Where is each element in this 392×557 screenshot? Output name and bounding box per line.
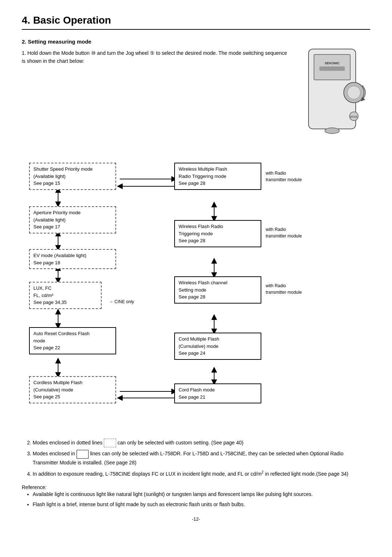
reference-heading: Reference: <box>22 484 370 490</box>
svg-point-5 <box>347 86 360 99</box>
intro-text: 1. Hold down the Mode button ⑩ and turn … <box>22 49 290 65</box>
box-wireless-multi: Wireless Multiple FlashRadio Triggering … <box>174 163 261 190</box>
box-wireless-channel: Wireless Flash channelSetting modeSee pa… <box>174 276 261 304</box>
note-2: Modes enclosed in dotted lines can only … <box>33 439 370 447</box>
cine-label: → CINE only <box>109 299 134 305</box>
radio-label-2: with Radiotransmitter module <box>266 226 302 239</box>
svg-point-8 <box>325 128 339 134</box>
reference-section: Reference: Available light is continuous… <box>22 484 370 509</box>
box-aperture: Aperture Priority mode(Available light)S… <box>29 206 116 233</box>
svg-text:SEKONIC: SEKONIC <box>324 61 340 65</box>
radio-label-1: with Radiotransmitter module <box>266 170 302 183</box>
box-shutter: Shutter Speed Priority mode(Available li… <box>29 163 116 190</box>
solid-box-sample <box>77 450 89 459</box>
note-3: Modes enclosed in lines can only be sele… <box>33 450 370 467</box>
page-title: 4. Basic Operation <box>22 15 370 30</box>
bullet-1: Available light is continuous light like… <box>33 490 370 499</box>
box-autoreset: Auto Reset Cordless FlashmodeSee page 22 <box>29 327 116 354</box>
mode-diagram: Shutter Speed Priority mode(Available li… <box>22 155 370 431</box>
box-cordless-multi: Cordless Multiple Flash(Cumulative) mode… <box>29 376 116 403</box>
box-lux: LUX, FCFL, cd/m²See page 34,35 <box>29 282 102 309</box>
radio-label-3: with Radiotransmitter module <box>266 282 302 296</box>
reference-bullets: Available light is continuous light like… <box>33 490 370 509</box>
box-wireless-flash: Wireless Flash RadioTriggering modeSee p… <box>174 220 261 247</box>
page-number: -12- <box>22 516 370 522</box>
bullet-2: Flash light is a brief, intense burst of… <box>33 500 370 509</box>
svg-rect-3 <box>319 66 345 71</box>
box-cord-flash: Cord Flash modeSee page 21 <box>174 383 261 403</box>
box-ev: EV mode (Available light)See page 18 <box>29 249 116 269</box>
note-4: In addition to exposure reading, L-758CI… <box>33 469 370 478</box>
svg-text:MODE: MODE <box>350 115 358 118</box>
dotted-box-sample <box>104 439 116 447</box>
device-illustration: SEKONIC MODE <box>298 45 370 147</box>
section2-heading: 2. Setting measuring mode <box>22 38 370 45</box>
box-cord-multi: Cord Multiple Flash(Cumulative) modeSee … <box>174 333 261 360</box>
notes-list: Modes enclosed in dotted lines can only … <box>33 439 370 479</box>
